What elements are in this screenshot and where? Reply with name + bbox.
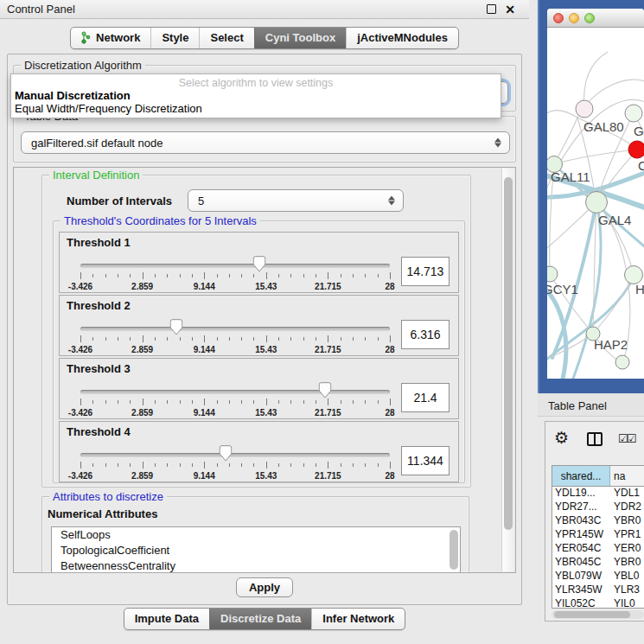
cell-shared-name: YPR145W <box>552 528 610 542</box>
network-canvas[interactable]: GAL80GACGAL11GAL4GCY1HAHAP2 <box>547 28 644 379</box>
attribute-list-item[interactable]: SelfLoops <box>52 527 460 543</box>
table-header-row: shared... na <box>552 466 644 487</box>
table-row[interactable]: YDL19...YDL1 <box>552 487 644 501</box>
numerical-attributes-list[interactable]: SelfLoopsTopologicalCoefficientBetweenne… <box>51 526 461 573</box>
table-row[interactable]: YBR045CYBR0 <box>552 556 644 570</box>
slider-thumb[interactable] <box>318 382 331 402</box>
table-row[interactable]: YDR27...YDR2 <box>552 501 644 514</box>
table-horizontal-scrollbar[interactable] <box>552 610 644 619</box>
tab-style[interactable]: Style <box>150 28 199 48</box>
tab-infer-network[interactable]: Infer Network <box>311 609 405 629</box>
thresholds-group-title: Threshold's Coordinates for 5 Intervals <box>61 214 260 227</box>
cell-name: YDR2 <box>610 501 644 514</box>
slider-track[interactable] <box>80 390 390 394</box>
column-header-name[interactable]: na <box>610 466 644 486</box>
network-node[interactable] <box>628 141 644 158</box>
network-node-label: HAP2 <box>594 337 628 352</box>
cell-shared-name: YBL079W <box>552 570 610 583</box>
network-node[interactable] <box>586 192 608 214</box>
slider-ticks <box>80 462 390 469</box>
slider-thumb[interactable] <box>220 445 233 465</box>
cell-name: YBR0 <box>610 556 644 570</box>
table-row[interactable]: YBR043CYBR0 <box>552 514 644 528</box>
tab-impute-data-label: Impute Data <box>135 612 199 625</box>
network-node-label: GAL4 <box>598 213 631 227</box>
network-edge <box>547 285 566 379</box>
cell-name: YBL0 <box>610 570 644 583</box>
slider-track[interactable] <box>80 327 390 331</box>
apply-button[interactable]: Apply <box>236 577 293 597</box>
tab-cyni-toolbox[interactable]: Cyni Toolbox <box>254 28 346 48</box>
table-row[interactable]: YLR345WYLR3 <box>552 583 644 597</box>
slider-track[interactable] <box>80 453 390 457</box>
cell-shared-name: YER054C <box>552 542 610 556</box>
network-node[interactable] <box>576 100 593 118</box>
table-row[interactable]: YBL079WYBL0 <box>552 570 644 583</box>
threshold-value-field[interactable]: 14.713 <box>401 257 450 286</box>
network-window-titlebar <box>547 9 644 28</box>
column-header-shared-name[interactable]: shared... <box>552 466 610 486</box>
scrollbar-thumb[interactable] <box>554 611 630 618</box>
slider-tick-labels: -3.4262.8599.14415.4321.71528 <box>80 408 390 418</box>
threshold-slider[interactable]: -3.4262.8599.14415.4321.71528 <box>80 379 390 418</box>
attribute-list-item[interactable]: BetweennessCentrality <box>52 558 460 573</box>
thresholds-group: Threshold's Coordinates for 5 Intervals … <box>53 220 465 483</box>
close-icon[interactable]: ✕ <box>505 2 515 17</box>
table-data-selected-value: galFiltered.sif default node <box>31 137 163 150</box>
table-rows: YDL19...YDL1YDR27...YDR2YBR043CYBR0YPR14… <box>552 487 644 609</box>
float-window-icon[interactable] <box>487 4 496 14</box>
interval-definition-group: Interval Definition Number of Intervals … <box>41 175 471 488</box>
cell-shared-name: YBR043C <box>552 514 610 528</box>
threshold-slider[interactable]: -3.4262.8599.14415.4321.71528 <box>80 316 390 354</box>
threshold-slider[interactable]: -3.4262.8599.14415.4321.71528 <box>80 443 390 481</box>
number-of-intervals-value: 5 <box>198 194 204 207</box>
zoom-traffic-light[interactable] <box>584 13 595 23</box>
split-columns-icon[interactable] <box>587 432 603 446</box>
control-panel-titlebar: Control Panel ✕ <box>0 0 529 19</box>
select-columns-icon[interactable]: ☑☑ <box>618 432 634 445</box>
threshold-slider[interactable]: -3.4262.8599.14415.4321.71528 <box>80 253 390 291</box>
slider-thumb[interactable] <box>252 256 265 276</box>
threshold-panel: Threshold 4-3.4262.8599.14415.4321.71528… <box>59 421 459 482</box>
list-scrollbar-thumb[interactable] <box>450 530 458 570</box>
attributes-group-title: Attributes to discretize <box>49 490 167 503</box>
settings-vertical-scrollbar[interactable] <box>501 169 514 571</box>
table-panel-title: Table Panel <box>548 399 607 412</box>
gear-icon[interactable]: ⚙ <box>554 428 569 448</box>
table-row[interactable]: YPR145WYPR1 <box>552 528 644 542</box>
cell-name: YIL0 <box>610 597 644 609</box>
slider-thumb[interactable] <box>169 319 182 339</box>
tab-impute-data[interactable]: Impute Data <box>124 609 209 629</box>
tab-select-label: Select <box>210 31 243 44</box>
numerical-attributes-label: Numerical Attributes <box>48 507 157 520</box>
threshold-value-field[interactable]: 11.344 <box>401 446 450 475</box>
bottom-tabbar: Impute Data Discretize Data Infer Networ… <box>0 608 529 630</box>
close-traffic-light[interactable] <box>553 13 564 23</box>
table-row[interactable]: YER054CYER0 <box>552 542 644 556</box>
attributes-group: Attributes to discretize Numerical Attri… <box>41 496 469 572</box>
threshold-value-field[interactable]: 21.4 <box>401 383 450 412</box>
attribute-list-item[interactable]: TopologicalCoefficient <box>52 543 460 558</box>
slider-tick-labels: -3.4262.8599.14415.4321.71528 <box>80 471 390 481</box>
tab-discretize-data[interactable]: Discretize Data <box>209 609 311 629</box>
thresholds-container: Threshold 1-3.4262.8599.14415.4321.71528… <box>54 232 464 484</box>
popup-item-manual-discretization[interactable]: Manual Discretization <box>11 89 501 102</box>
slider-ticks <box>80 399 390 406</box>
network-node[interactable] <box>625 105 642 122</box>
popup-item-equal-width-frequency[interactable]: Equal Width/Frequency Discretization <box>11 102 501 115</box>
scrollbar-thumb[interactable] <box>504 177 513 530</box>
table-data-combobox[interactable]: galFiltered.sif default node <box>21 131 510 154</box>
threshold-value-field[interactable]: 6.316 <box>401 320 450 349</box>
tab-network[interactable]: Network <box>71 28 150 48</box>
network-node[interactable] <box>615 355 629 369</box>
algorithm-dropdown-popup: Select algorithm to view settings Manual… <box>10 73 501 118</box>
network-node[interactable] <box>547 266 558 282</box>
slider-track[interactable] <box>80 264 390 268</box>
tab-select[interactable]: Select <box>199 28 253 48</box>
minimize-traffic-light[interactable] <box>569 13 579 23</box>
number-of-intervals-combobox[interactable]: 5 <box>188 189 404 212</box>
algorithm-hint: Select algorithm to view settings <box>11 74 501 89</box>
table-row[interactable]: YIL052CYIL0 <box>552 597 644 609</box>
threshold-label: Threshold 4 <box>67 425 131 438</box>
tab-jactivemnodules[interactable]: jActiveMNodules <box>346 28 458 48</box>
